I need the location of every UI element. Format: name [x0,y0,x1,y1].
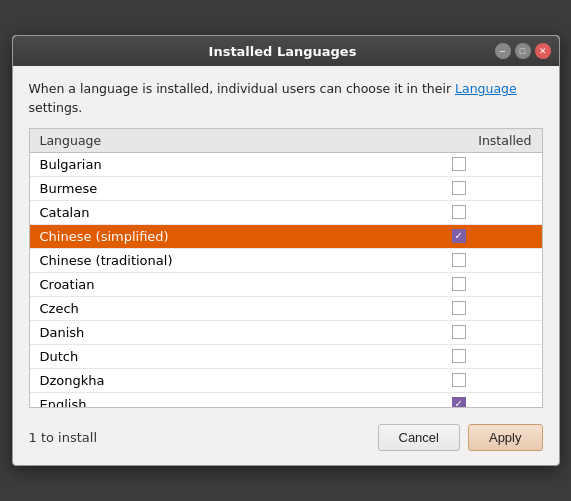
checkbox-icon [452,325,466,339]
language-table: Language Installed BulgarianBurmeseCatal… [30,129,542,408]
installed-checkbox[interactable] [376,344,542,368]
language-name: English [30,392,376,408]
checkbox-icon [452,157,466,171]
table-row[interactable]: English [30,392,542,408]
language-name: Chinese (traditional) [30,248,376,272]
checkbox-icon [452,349,466,363]
language-name: Catalan [30,200,376,224]
table-row[interactable]: Dzongkha [30,368,542,392]
installed-checkbox[interactable] [376,368,542,392]
table-row[interactable]: Croatian [30,272,542,296]
checkbox-icon [452,205,466,219]
checkbox-icon [452,181,466,195]
table-row[interactable]: Chinese (traditional) [30,248,542,272]
installed-languages-window: Installed Languages – □ ✕ When a languag… [12,35,560,466]
footer-buttons: Cancel Apply [378,424,543,451]
language-name: Danish [30,320,376,344]
language-name: Czech [30,296,376,320]
footer: 1 to install Cancel Apply [29,418,543,455]
checkbox-icon [452,277,466,291]
installed-checkbox[interactable] [376,200,542,224]
checkbox-icon [452,229,466,243]
checkbox-icon [452,301,466,315]
installed-checkbox[interactable] [376,272,542,296]
install-status: 1 to install [29,430,98,445]
info-text: When a language is installed, individual… [29,80,543,118]
language-name: Burmese [30,176,376,200]
installed-checkbox[interactable] [376,392,542,408]
installed-checkbox[interactable] [376,320,542,344]
header-installed: Installed [376,129,542,153]
close-button[interactable]: ✕ [535,43,551,59]
titlebar: Installed Languages – □ ✕ [13,36,559,66]
installed-checkbox[interactable] [376,224,542,248]
table-row[interactable]: Danish [30,320,542,344]
language-link[interactable]: Language [455,81,517,96]
minimize-button[interactable]: – [495,43,511,59]
installed-checkbox[interactable] [376,176,542,200]
language-name: Bulgarian [30,152,376,176]
table-header-row: Language Installed [30,129,542,153]
language-table-container[interactable]: Language Installed BulgarianBurmeseCatal… [29,128,543,408]
window-title: Installed Languages [71,44,495,59]
apply-button[interactable]: Apply [468,424,543,451]
language-name: Dutch [30,344,376,368]
table-row[interactable]: Burmese [30,176,542,200]
table-row[interactable]: Dutch [30,344,542,368]
maximize-button[interactable]: □ [515,43,531,59]
window-buttons: – □ ✕ [495,43,551,59]
window-body: When a language is installed, individual… [13,66,559,465]
language-name: Chinese (simplified) [30,224,376,248]
table-row[interactable]: Catalan [30,200,542,224]
language-name: Dzongkha [30,368,376,392]
table-row[interactable]: Chinese (simplified) [30,224,542,248]
installed-checkbox[interactable] [376,296,542,320]
installed-checkbox[interactable] [376,248,542,272]
table-row[interactable]: Bulgarian [30,152,542,176]
checkbox-icon [452,373,466,387]
cancel-button[interactable]: Cancel [378,424,460,451]
installed-checkbox[interactable] [376,152,542,176]
language-name: Croatian [30,272,376,296]
checkbox-icon [452,253,466,267]
table-row[interactable]: Czech [30,296,542,320]
checkbox-icon [452,397,466,408]
header-language: Language [30,129,376,153]
